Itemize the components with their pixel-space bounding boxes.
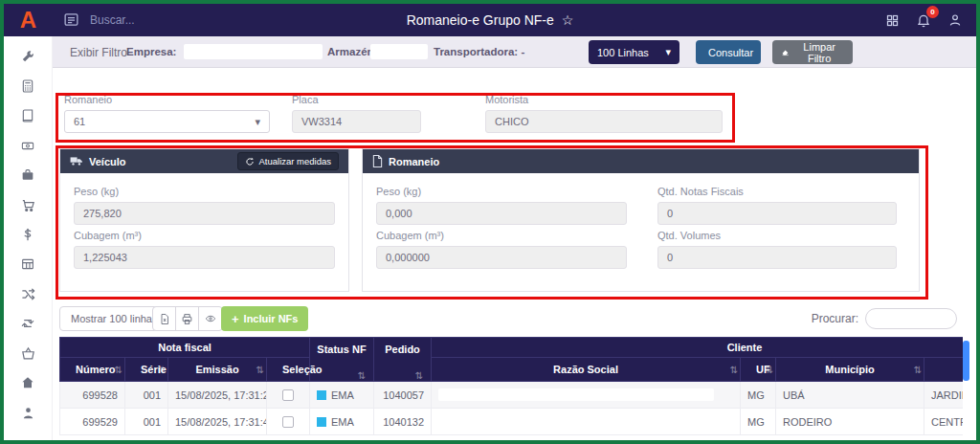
cell-razao-social	[432, 409, 741, 435]
qtd-volumes-input[interactable]: 0	[657, 246, 897, 269]
main-content: Romaneio 61 ▾ Placa VW3314 Motorista CHI…	[53, 68, 976, 440]
column-header-extra	[924, 358, 963, 382]
placa-field: Placa VW3314	[292, 94, 421, 133]
export-button-group	[152, 306, 223, 331]
sort-icon: ⇅	[158, 365, 166, 375]
romaneio-panel: Romaneio Peso (kg) 0,000 Cubagem (m³) 0,…	[362, 148, 920, 292]
consultar-button[interactable]: Consultar	[696, 40, 761, 64]
empresa-label: Empresa:	[126, 46, 176, 57]
excel-export-icon[interactable]	[153, 307, 176, 330]
cart-icon[interactable]	[17, 196, 38, 213]
cell-emissao: 15/08/2025, 17:31:24	[168, 382, 267, 409]
qtd-volumes-label: Qtd. Volumes	[657, 230, 897, 241]
romaneio-label: Romaneio	[64, 94, 270, 105]
table-scrollbar-thumb[interactable]	[963, 341, 969, 381]
lines-per-page-select[interactable]: 100 Linhas ▾	[589, 40, 679, 64]
sort-icon: ⇅	[730, 365, 738, 375]
banknote-icon[interactable]	[17, 137, 38, 154]
qtd-notas-fiscais-input[interactable]: 0	[657, 202, 897, 225]
person-icon[interactable]	[17, 404, 38, 421]
atualizar-medidas-button[interactable]: Atualizar medidas	[237, 152, 339, 170]
basket-icon[interactable]	[17, 344, 38, 362]
dollar-icon[interactable]	[17, 226, 38, 243]
placa-input[interactable]: VW3314	[292, 110, 421, 133]
romaneio-peso-input[interactable]: 0,000	[376, 202, 627, 225]
cell-municipio: UBÁ	[776, 382, 924, 409]
romaneio-cubagem-input[interactable]: 0,000000	[376, 246, 627, 269]
romaneio-field: Romaneio 61 ▾	[64, 94, 270, 133]
procurar-label: Procurar:	[812, 312, 858, 325]
row-checkbox[interactable]	[282, 389, 294, 401]
romaneio-panel-title: Romaneio	[389, 156, 439, 167]
row-checkbox[interactable]	[282, 416, 294, 428]
sort-icon: ⇅	[358, 370, 366, 381]
column-header-serie[interactable]: Série⇅	[125, 358, 168, 382]
column-header-uf[interactable]: UF⇅	[741, 358, 776, 382]
group-header-nota-fiscal: Nota fiscal	[60, 338, 310, 358]
empresa-value-redacted	[184, 44, 323, 59]
column-header-emissao[interactable]: Emissão⇅	[168, 358, 267, 382]
repeat-icon[interactable]	[17, 315, 38, 332]
cell-pedido: 1040057	[374, 382, 432, 409]
top-bar: A Buscar... Romaneio-e Grupo NF-e ☆ 0	[4, 4, 976, 36]
column-header-pedido[interactable]: Pedido⇅	[374, 338, 432, 382]
notifications-bell-icon[interactable]: 0	[916, 12, 931, 28]
eraser-icon	[781, 47, 790, 57]
table-search-input[interactable]	[865, 308, 957, 329]
vehicle-cubagem-input[interactable]: 1,225043	[74, 246, 335, 269]
user-profile-icon[interactable]	[947, 12, 963, 28]
nf-table: Nota fiscal Status NF⇅ Pedido⇅ Cliente N…	[59, 337, 963, 441]
motorista-input[interactable]: CHICO	[485, 110, 723, 133]
apps-grid-icon[interactable]	[885, 13, 900, 28]
cell-status-nf: EMA	[310, 382, 374, 409]
cell-status-nf: EMA	[310, 409, 374, 435]
sort-icon: ⇅	[256, 365, 264, 375]
calculator-icon[interactable]	[17, 78, 38, 95]
exibir-filtro-toggle[interactable]: Exibir Filtro	[70, 46, 127, 59]
vehicle-peso-input[interactable]: 275,820	[74, 202, 335, 225]
home-icon[interactable]	[17, 374, 38, 391]
table-row[interactable]: 699529 001 15/08/2025, 17:31:47 EMA 1040…	[60, 409, 964, 435]
cell-numero: 699528	[60, 382, 125, 409]
app-window: A Buscar... Romaneio-e Grupo NF-e ☆ 0	[0, 0, 980, 444]
cell-serie: 001	[125, 409, 168, 435]
romaneio-panel-header: Romaneio	[363, 149, 919, 173]
vehicle-peso-label: Peso (kg)	[74, 186, 335, 197]
sort-icon: ⇅	[914, 365, 922, 375]
redacted-value	[438, 415, 714, 428]
global-search-input[interactable]: Buscar...	[90, 13, 135, 27]
shuffle-icon[interactable]	[17, 285, 38, 302]
romaneio-select[interactable]: 61 ▾	[64, 110, 270, 133]
eye-icon[interactable]	[199, 307, 222, 330]
status-color-square	[317, 417, 326, 427]
document-icon	[372, 155, 383, 167]
column-header-numero[interactable]: Número⇅	[60, 358, 125, 382]
limpar-filtro-button[interactable]: Limpar Filtro	[772, 40, 853, 64]
page-title: Romaneio-e Grupo NF-e	[407, 12, 554, 28]
table-toolbar: Mostrar 100 linhas + Incluir NFs Procura…	[59, 306, 969, 332]
refresh-icon	[245, 157, 255, 166]
romaneio-peso-label: Peso (kg)	[376, 186, 627, 197]
briefcase-icon[interactable]	[17, 166, 38, 184]
cell-extra: CENTRO	[924, 409, 963, 435]
redacted-value	[438, 388, 714, 401]
table-icon[interactable]	[17, 255, 38, 273]
icon-sidebar	[4, 36, 53, 440]
group-header-cliente: Cliente	[432, 338, 963, 358]
menu-icon[interactable]	[63, 11, 79, 28]
cell-extra: JARDIM	[924, 382, 963, 409]
app-logo[interactable]: A	[4, 4, 53, 36]
book-icon[interactable]	[17, 107, 38, 124]
wrench-icon[interactable]	[17, 48, 38, 65]
favorite-star-icon[interactable]: ☆	[562, 12, 574, 28]
plus-icon: +	[232, 312, 239, 326]
vehicle-panel: Veículo Atualizar medidas Peso (kg) 275,…	[59, 148, 349, 292]
print-icon[interactable]	[176, 307, 199, 330]
vehicle-panel-title: Veículo	[89, 156, 126, 167]
column-header-municipio[interactable]: Município⇅	[776, 358, 924, 382]
table-row[interactable]: 699528 001 15/08/2025, 17:31:24 EMA 1040…	[60, 382, 964, 409]
logo-letter: A	[20, 9, 36, 32]
cell-numero: 699529	[60, 409, 125, 435]
column-header-razao-social[interactable]: Razão Social⇅	[432, 358, 741, 382]
incluir-nfs-button[interactable]: + Incluir NFs	[221, 306, 308, 331]
